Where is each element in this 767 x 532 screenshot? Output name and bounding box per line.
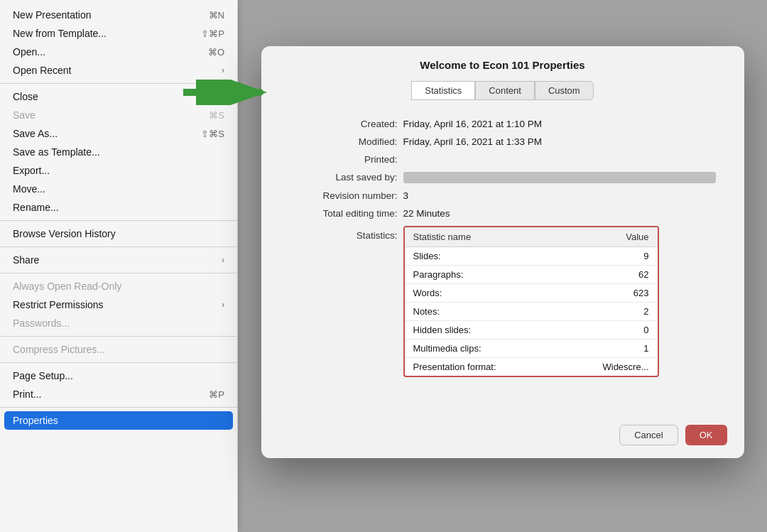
modified-row: Modified: Friday, April 16, 2021 at 1:33… (290, 136, 716, 147)
menu-item-new-from-template-[interactable]: New from Template...⇧⌘P (0, 24, 237, 43)
stat-value: 9 (560, 246, 658, 265)
menu-item-passwords-: Passwords... (0, 314, 237, 332)
last-saved-row: Last saved by: (290, 172, 716, 183)
stat-name: Notes: (405, 302, 560, 320)
stat-name: Presentation format: (405, 357, 560, 376)
menu-item-label: Properties (13, 415, 58, 426)
stat-name: Multimedia clips: (405, 339, 560, 357)
table-row: Slides:9 (405, 246, 658, 265)
modified-label: Modified: (290, 136, 403, 147)
menu-item-print-[interactable]: Print...⌘P (0, 385, 237, 403)
revision-row: Revision number: 3 (290, 190, 716, 201)
menu-item-label: Open... (13, 46, 45, 58)
menu-item-label: Compress Pictures... (13, 344, 105, 355)
menu-shortcut: ⌘S (209, 110, 224, 121)
stat-value: 2 (560, 302, 658, 320)
dialog-content: Created: Friday, April 16, 2021 at 1:10 … (261, 107, 744, 415)
editing-value: 22 Minutes (403, 208, 716, 219)
menu-shortcut: ⌘N (209, 10, 224, 21)
table-row: Multimedia clips:1 (405, 339, 658, 357)
stat-value: Widescre... (560, 357, 658, 376)
menu-divider (0, 273, 237, 273)
statistics-table-wrapper: Statistic name Value Slides:9Paragraphs:… (403, 226, 659, 377)
menu-divider (0, 246, 237, 247)
menu-item-share[interactable]: Share› (0, 251, 237, 269)
menu-item-label: Passwords... (13, 317, 70, 329)
chevron-right-icon: › (222, 300, 224, 310)
menu-item-label: Save As... (13, 128, 58, 139)
revision-label: Revision number: (290, 190, 403, 201)
tab-custom[interactable]: Custom (535, 81, 594, 100)
dialog-backdrop: Welcome to Econ 101 Properties Statistic… (238, 0, 767, 532)
col-value-header: Value (560, 227, 658, 247)
tab-content[interactable]: Content (475, 81, 535, 100)
statistics-label: Statistics: (290, 226, 403, 241)
statistics-table: Statistic name Value Slides:9Paragraphs:… (405, 227, 658, 376)
stat-value: 623 (560, 283, 658, 302)
menu-item-label: Save as Template... (13, 146, 100, 158)
menu-item-properties[interactable]: Properties (4, 411, 233, 430)
dialog-footer: Cancel OK (261, 415, 744, 458)
stat-value: 1 (560, 339, 658, 357)
menu-shortcut: ⌘P (209, 389, 224, 400)
printed-label: Printed: (290, 154, 403, 165)
stat-name: Slides: (405, 246, 560, 265)
table-row: Paragraphs:62 (405, 265, 658, 283)
menu-shortcut: ⇧⌘S (201, 129, 224, 139)
created-value: Friday, April 16, 2021 at 1:10 PM (403, 119, 716, 129)
chevron-right-icon: › (222, 255, 224, 265)
printed-row: Printed: (290, 154, 716, 165)
dialog-tabs: Statistics Content Custom (261, 81, 744, 107)
ok-button[interactable]: OK (685, 425, 727, 445)
col-name-header: Statistic name (405, 227, 560, 247)
last-saved-label: Last saved by: (290, 172, 403, 183)
menu-item-new-presentation[interactable]: New Presentation⌘N (0, 6, 237, 24)
menu-item-browse-version-history[interactable]: Browse Version History (0, 224, 237, 243)
cancel-button[interactable]: Cancel (619, 425, 678, 445)
table-row: Presentation format:Widescre... (405, 357, 658, 376)
menu-item-label: Share (13, 254, 39, 266)
editing-row: Total editing time: 22 Minutes (290, 208, 716, 219)
menu-item-save-as-[interactable]: Save As...⇧⌘S (0, 124, 237, 143)
menu-item-save: Save⌘S (0, 106, 237, 124)
menu-item-label: Print... (13, 389, 41, 400)
table-row: Words:623 (405, 283, 658, 302)
menu-item-open-[interactable]: Open...⌘O (0, 43, 237, 61)
menu-item-label: Open Recent (13, 65, 72, 76)
menu-item-always-open-read-only: Always Open Read-Only (0, 277, 237, 295)
table-row: Notes:2 (405, 302, 658, 320)
created-row: Created: Friday, April 16, 2021 at 1:10 … (290, 119, 716, 129)
tab-statistics[interactable]: Statistics (411, 81, 475, 100)
menu-item-label: Move... (13, 183, 45, 195)
table-row: Hidden slides:0 (405, 320, 658, 339)
menu-item-restrict-permissions[interactable]: Restrict Permissions› (0, 295, 237, 314)
menu-item-label: New Presentation (13, 9, 92, 21)
menu-item-save-as-template-[interactable]: Save as Template... (0, 143, 237, 161)
menu-item-move-[interactable]: Move... (0, 180, 237, 198)
menu-divider (0, 407, 237, 408)
menu-divider (0, 220, 237, 221)
menu-divider (0, 336, 237, 337)
menu-item-label: Rename... (13, 202, 59, 213)
menu-item-label: Save (13, 109, 36, 121)
menu-item-page-setup-[interactable]: Page Setup... (0, 367, 237, 385)
menu-item-label: Always Open Read-Only (13, 281, 121, 292)
menu-item-compress-pictures-: Compress Pictures... (0, 340, 237, 359)
modified-value: Friday, April 16, 2021 at 1:33 PM (403, 136, 716, 147)
revision-value: 3 (403, 190, 716, 201)
menu-item-rename-[interactable]: Rename... (0, 198, 237, 217)
stat-value: 62 (560, 265, 658, 283)
stat-name: Words: (405, 283, 560, 302)
properties-dialog: Welcome to Econ 101 Properties Statistic… (261, 46, 744, 458)
menu-divider (0, 362, 237, 363)
menu-item-export-[interactable]: Export... (0, 161, 237, 180)
menu-item-open-recent[interactable]: Open Recent› (0, 61, 237, 80)
menu-item-label: Export... (13, 165, 50, 176)
stat-name: Paragraphs: (405, 265, 560, 283)
menu-shortcut: ⌘O (208, 47, 224, 58)
menu-item-label: New from Template... (13, 28, 107, 39)
statistics-row: Statistics: Statistic name Value Slides:… (290, 226, 716, 377)
menu-item-label: Page Setup... (13, 370, 73, 381)
stat-name: Hidden slides: (405, 320, 560, 339)
arrow-indicator (183, 80, 268, 108)
